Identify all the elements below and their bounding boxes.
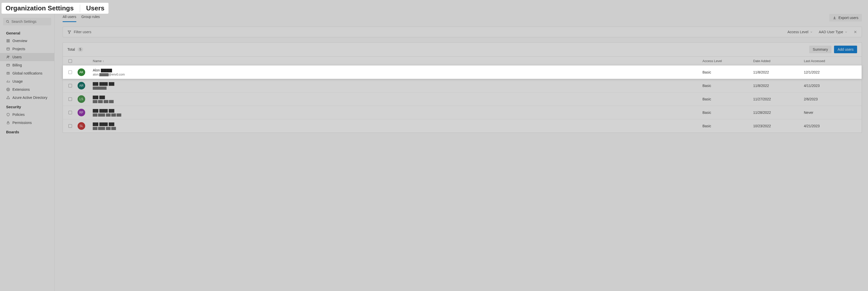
avatar: AR bbox=[78, 82, 85, 90]
date-added: 11/8/2022 bbox=[753, 70, 804, 74]
col-name[interactable]: Name↑ bbox=[93, 59, 703, 63]
row-checkbox[interactable] bbox=[68, 97, 72, 101]
last-accessed: Never bbox=[804, 110, 860, 115]
user-name: Alon ▇▇▇▇ bbox=[93, 68, 703, 72]
date-added: 11/28/2022 bbox=[753, 110, 804, 115]
section-security: Security bbox=[0, 102, 54, 110]
sort-asc-icon: ↑ bbox=[103, 60, 104, 63]
user-email: ▇▇ ▇▇▇ ▇▇ ▇▇ ▇▇ bbox=[93, 113, 703, 117]
sidebar-item-billing[interactable]: Billing bbox=[0, 61, 54, 69]
clear-filters-button[interactable] bbox=[854, 30, 857, 34]
breadcrumb-org: Organization Settings bbox=[6, 4, 74, 12]
permissions-icon bbox=[6, 121, 10, 125]
svg-rect-2 bbox=[7, 39, 8, 40]
search-placeholder: Search Settings bbox=[11, 20, 36, 24]
sidebar-item-permissions[interactable]: Permissions bbox=[0, 119, 54, 127]
sidebar-item-projects[interactable]: Projects bbox=[0, 45, 54, 53]
extensions-icon bbox=[6, 88, 10, 92]
section-general: General bbox=[0, 28, 54, 37]
row-checkbox[interactable] bbox=[68, 124, 72, 128]
download-icon bbox=[833, 16, 836, 20]
tab-group-rules[interactable]: Group rules bbox=[82, 13, 100, 22]
row-checkbox[interactable] bbox=[68, 70, 72, 74]
last-accessed: 2/6/2023 bbox=[804, 97, 860, 101]
access-level: Basic bbox=[703, 110, 753, 115]
export-users-button[interactable]: Export users bbox=[829, 14, 862, 22]
access-level: Basic bbox=[703, 70, 753, 74]
svg-rect-4 bbox=[7, 41, 8, 42]
sidebar-item-usage[interactable]: Usage bbox=[0, 77, 54, 86]
table-row[interactable]: LS ▇▇ ▇▇ ▇▇ ▇▇ ▇▇ ▇▇ Basic 11/27/2022 2/… bbox=[63, 92, 862, 106]
row-checkbox[interactable] bbox=[68, 111, 72, 114]
user-email: ▇▇▇▇▇▇ bbox=[93, 86, 703, 90]
sidebar-item-label: Billing bbox=[12, 63, 22, 67]
sidebar-item-label: Usage bbox=[12, 79, 23, 84]
table-row[interactable]: AR ▇▇ ▇▇▇ ▇▇ ▇▇▇▇▇▇ Basic 11/8/2022 4/11… bbox=[63, 79, 862, 92]
summary-button[interactable]: Summary bbox=[809, 45, 832, 53]
filter-access-level-dropdown[interactable]: Access Level bbox=[787, 30, 812, 34]
sidebar-item-label: Azure Active Directory bbox=[12, 96, 48, 100]
svg-point-8 bbox=[7, 56, 8, 57]
sidebar-item-label: Extensions bbox=[12, 88, 30, 92]
filter-access-level-label: Access Level bbox=[787, 30, 808, 34]
date-added: 11/27/2022 bbox=[753, 97, 804, 101]
filter-aad-user-type-dropdown[interactable]: AAD User Type bbox=[819, 30, 847, 34]
avatar: AK bbox=[78, 68, 85, 76]
sidebar-item-users[interactable]: Users bbox=[0, 53, 54, 61]
user-name: ▇▇ ▇▇▇ ▇▇ bbox=[93, 108, 703, 112]
sidebar-item-policies[interactable]: Policies bbox=[0, 110, 54, 119]
user-email: alon.▇▇▇▇@env0.com bbox=[93, 73, 703, 76]
col-last-accessed[interactable]: Last Accessed bbox=[804, 59, 860, 63]
breadcrumb-page: Users bbox=[86, 4, 104, 12]
filter-aad-label: AAD User Type bbox=[819, 30, 843, 34]
users-icon bbox=[6, 55, 10, 59]
table-row[interactable]: RF ▇▇ ▇▇▇ ▇▇ ▇▇ ▇▇▇ ▇▇ ▇▇ ▇▇ Basic 11/28… bbox=[63, 106, 862, 119]
breadcrumb-separator bbox=[80, 5, 80, 12]
sidebar-item-label: Users bbox=[12, 55, 22, 59]
user-name: ▇▇ ▇▇▇ ▇▇ bbox=[93, 82, 703, 86]
name-cell: ▇▇ ▇▇▇ ▇▇ ▇▇▇▇▇▇ bbox=[93, 82, 703, 90]
svg-rect-21 bbox=[7, 123, 9, 124]
col-date-added[interactable]: Date Added bbox=[753, 59, 804, 63]
row-checkbox[interactable] bbox=[68, 84, 72, 88]
chevron-down-icon bbox=[845, 31, 847, 33]
svg-marker-20 bbox=[7, 96, 10, 99]
table-header: Name↑ Access Level Date Added Last Acces… bbox=[63, 56, 862, 65]
svg-rect-5 bbox=[8, 41, 9, 42]
overview-icon bbox=[6, 39, 10, 43]
tab-all-users[interactable]: All users bbox=[63, 13, 76, 22]
total-count: 5 bbox=[78, 47, 84, 52]
name-cell: ▇▇ ▇▇ ▇▇ ▇▇ ▇▇ ▇▇ bbox=[93, 95, 703, 103]
export-users-label: Export users bbox=[838, 16, 858, 20]
table-row[interactable]: AK Alon ▇▇▇▇ alon.▇▇▇▇@env0.com Basic 11… bbox=[63, 65, 862, 79]
main-content: All users Group rules Export users Filte… bbox=[55, 0, 868, 291]
date-added: 10/23/2022 bbox=[753, 124, 804, 128]
filter-input[interactable]: Filter users bbox=[74, 30, 91, 34]
svg-line-1 bbox=[8, 22, 9, 23]
access-level: Basic bbox=[703, 97, 753, 101]
search-icon bbox=[6, 20, 9, 24]
total-label: Total bbox=[67, 47, 75, 52]
projects-icon bbox=[6, 47, 10, 51]
last-accessed: 12/1/2022 bbox=[804, 70, 860, 74]
table-row[interactable]: SL ▇▇ ▇▇▇ ▇▇ ▇▇ ▇▇▇ ▇▇ ▇▇ Basic 10/23/20… bbox=[63, 119, 862, 133]
add-users-button[interactable]: Add users bbox=[834, 45, 857, 53]
filter-bar: Filter users Access Level AAD User Type bbox=[63, 27, 862, 37]
svg-marker-22 bbox=[68, 31, 71, 33]
sidebar-item-aad[interactable]: Azure Active Directory bbox=[0, 94, 54, 102]
sidebar-item-global-notifications[interactable]: Global notifications bbox=[0, 69, 54, 77]
svg-rect-3 bbox=[8, 39, 9, 40]
sidebar-item-extensions[interactable]: Extensions bbox=[0, 86, 54, 94]
user-name: ▇▇ ▇▇ bbox=[93, 95, 703, 99]
col-access-level[interactable]: Access Level bbox=[703, 59, 753, 63]
svg-rect-6 bbox=[7, 47, 9, 50]
filter-icon bbox=[67, 30, 71, 34]
select-all-checkbox[interactable] bbox=[68, 59, 72, 63]
aad-icon bbox=[6, 96, 10, 100]
last-accessed: 4/21/2023 bbox=[804, 124, 860, 128]
date-added: 11/8/2022 bbox=[753, 84, 804, 88]
search-input[interactable]: Search Settings bbox=[3, 18, 51, 25]
sidebar-item-label: Projects bbox=[12, 47, 25, 51]
avatar: RF bbox=[78, 109, 85, 116]
sidebar-item-overview[interactable]: Overview bbox=[0, 37, 54, 45]
